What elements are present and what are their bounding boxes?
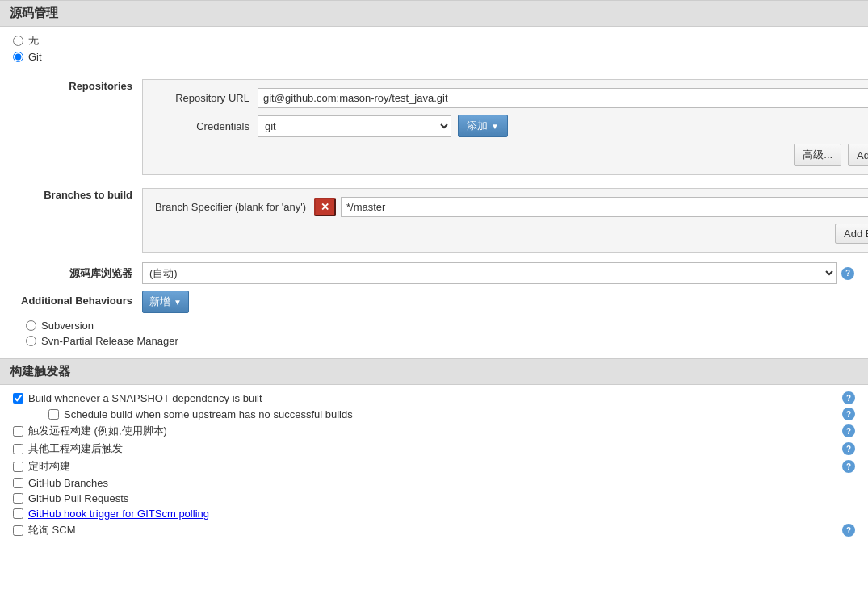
radio-git[interactable] — [13, 52, 23, 62]
branch-specifier-row: Branch Specifier (blank for 'any') ✕ ? — [153, 197, 868, 217]
add-repository-button[interactable]: Add Repository — [848, 144, 868, 166]
scm-poll-label: 轮询 SCM — [28, 523, 76, 537]
remote-label: 触发远程构建 (例如,使用脚本) — [28, 424, 167, 438]
repo-url-content: ? — [258, 88, 868, 108]
scm-section-header: 源码管理 — [0, 0, 868, 27]
branches-actions: Add Branch — [153, 224, 868, 244]
repo-url-input[interactable] — [258, 88, 868, 108]
branch-specifier-content: ✕ ? — [314, 197, 868, 217]
github-branches-checkbox[interactable] — [13, 478, 23, 488]
behaviours-content: 新增 ▼ — [142, 291, 855, 313]
trigger-title: 构建触发器 — [10, 364, 70, 378]
upstream-checkbox[interactable] — [48, 409, 59, 420]
browser-content: (自动) githubweb gitblit assembla ? — [142, 262, 855, 284]
browser-help-icon[interactable]: ? — [841, 267, 854, 280]
scm-radio-group: 无 Git — [0, 27, 868, 69]
behaviours-row: Additional Behaviours 新增 ▼ — [13, 287, 855, 316]
credentials-row: Credentials git none other 添加 ▼ — [153, 115, 868, 137]
github-branches-label-area: GitHub Branches — [13, 477, 108, 489]
branches-label: Branches to build — [13, 185, 142, 201]
other-projects-row: 其他工程构建后触发 ? — [13, 440, 855, 458]
remote-help-icon[interactable]: ? — [842, 424, 855, 437]
branch-specifier-label: Branch Specifier (blank for 'any') — [153, 201, 314, 213]
upstream-label-area: Schedule build when some upstream has no… — [48, 408, 353, 420]
trigger-options: Build whenever a SNAPSHOT dependency is … — [0, 385, 868, 542]
scm-other-options: Subversion Svn-Partial Release Manager — [13, 316, 855, 352]
radio-subversion-item[interactable]: Subversion — [26, 320, 855, 332]
periodic-help-icon[interactable]: ? — [842, 460, 855, 473]
remote-row: 触发远程构建 (例如,使用脚本) ? — [13, 422, 855, 440]
github-branches-row: GitHub Branches — [13, 475, 855, 491]
periodic-row: 定时构建 ? — [13, 458, 855, 475]
other-projects-checkbox[interactable] — [13, 444, 23, 454]
repos-box: Repository URL ? Credentials git none — [142, 79, 868, 175]
repo-url-label: Repository URL — [153, 92, 258, 104]
radio-svn-partial[interactable] — [26, 336, 36, 346]
radio-none-item[interactable]: 无 — [13, 33, 855, 48]
scm-poll-checkbox[interactable] — [13, 525, 23, 536]
github-pr-label-area: GitHub Pull Requests — [13, 492, 128, 504]
credentials-select[interactable]: git none other — [258, 115, 451, 137]
browser-label: 源码库浏览器 — [13, 262, 142, 281]
github-hook-label-area: GitHub hook trigger for GITScm polling — [13, 508, 209, 520]
github-hook-label: GitHub hook trigger for GITScm polling — [28, 508, 209, 520]
add-behaviour-button[interactable]: 新增 ▼ — [142, 291, 189, 313]
other-projects-label-area: 其他工程构建后触发 — [13, 441, 123, 456]
browser-row: 源码库浏览器 (自动) githubweb gitblit assembla ? — [13, 259, 855, 287]
github-pr-label: GitHub Pull Requests — [28, 492, 128, 504]
branch-specifier-input[interactable] — [341, 197, 868, 217]
upstream-row: Schedule build when some upstream has no… — [13, 406, 855, 422]
advanced-button[interactable]: 高级... — [794, 144, 841, 166]
radio-subversion-label: Subversion — [41, 320, 94, 332]
branches-row: Branches to build Branch Specifier (blan… — [13, 182, 855, 259]
scm-title: 源码管理 — [10, 6, 58, 19]
radio-git-item[interactable]: Git — [13, 51, 855, 63]
page: 源码管理 无 Git Repositories Repository URL — [0, 0, 868, 598]
other-projects-label: 其他工程构建后触发 — [28, 441, 123, 456]
add-branch-button[interactable]: Add Branch — [835, 224, 868, 244]
upstream-help-icon[interactable]: ? — [842, 408, 855, 420]
remote-label-area: 触发远程构建 (例如,使用脚本) — [13, 424, 167, 438]
credentials-content: git none other 添加 ▼ — [258, 115, 868, 137]
github-hook-row: GitHub hook trigger for GITScm polling — [13, 506, 855, 521]
radio-svn-partial-label: Svn-Partial Release Manager — [41, 335, 178, 347]
other-projects-help-icon[interactable]: ? — [842, 442, 855, 455]
add-behaviour-arrow: ▼ — [174, 298, 182, 307]
scm-poll-label-area: 轮询 SCM — [13, 523, 76, 537]
radio-none[interactable] — [13, 36, 23, 46]
radio-subversion[interactable] — [26, 320, 36, 331]
radio-svn-partial-item[interactable]: Svn-Partial Release Manager — [26, 335, 855, 347]
snapshot-checkbox[interactable] — [13, 393, 23, 404]
github-hook-link[interactable]: GitHub hook trigger for GITScm polling — [28, 508, 209, 520]
snapshot-help-icon[interactable]: ? — [842, 391, 855, 404]
github-pr-checkbox[interactable] — [13, 493, 23, 504]
snapshot-label-area: Build whenever a SNAPSHOT dependency is … — [13, 392, 262, 404]
repo-url-row: Repository URL ? — [153, 88, 868, 108]
trigger-section-header: 构建触发器 — [0, 358, 868, 385]
scm-poll-row: 轮询 SCM ? — [13, 521, 855, 539]
add-behaviour-label: 新增 — [149, 295, 170, 309]
remove-branch-button[interactable]: ✕ — [314, 198, 336, 216]
add-repository-label: Add Repository — [857, 149, 868, 161]
github-pr-row: GitHub Pull Requests — [13, 491, 855, 506]
add-credentials-button[interactable]: 添加 ▼ — [458, 115, 508, 137]
browser-select[interactable]: (自动) githubweb gitblit assembla — [142, 262, 837, 284]
repositories-row: Repositories Repository URL ? Credential… — [13, 73, 855, 182]
behaviours-label: Additional Behaviours — [13, 291, 142, 307]
scm-poll-help-icon[interactable]: ? — [842, 524, 855, 537]
branches-content: Branch Specifier (blank for 'any') ✕ ? A… — [142, 185, 868, 256]
github-hook-checkbox[interactable] — [13, 508, 23, 519]
credentials-label: Credentials — [153, 120, 258, 132]
radio-none-label: 无 — [28, 33, 39, 48]
remote-checkbox[interactable] — [13, 426, 23, 437]
radio-git-label: Git — [28, 51, 42, 63]
upstream-label: Schedule build when some upstream has no… — [64, 408, 353, 420]
periodic-label: 定时构建 — [28, 459, 70, 474]
github-branches-label: GitHub Branches — [28, 477, 108, 489]
snapshot-row: Build whenever a SNAPSHOT dependency is … — [13, 390, 855, 406]
snapshot-label: Build whenever a SNAPSHOT dependency is … — [28, 392, 262, 404]
repositories-label: Repositories — [13, 76, 142, 92]
periodic-checkbox[interactable] — [13, 462, 23, 472]
repositories-content: Repository URL ? Credentials git none — [142, 76, 868, 178]
branches-box: Branch Specifier (blank for 'any') ✕ ? A… — [142, 188, 868, 253]
